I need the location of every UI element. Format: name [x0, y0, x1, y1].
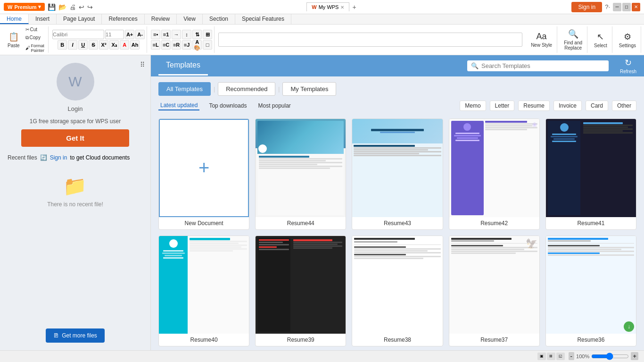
tab-references[interactable]: References [102, 14, 144, 24]
add-tab-button[interactable]: + [350, 3, 358, 11]
tab-close-icon[interactable]: ✕ [340, 5, 344, 10]
undo-icon[interactable]: ↩ [79, 3, 84, 11]
table-button[interactable]: ⊞ [203, 30, 212, 39]
italic-button[interactable]: I [68, 40, 77, 50]
filter-all-templates[interactable]: All Templates [158, 82, 211, 96]
justify-button[interactable]: ≡J [182, 40, 191, 50]
refresh-templates-button[interactable]: ↻ Refresh [620, 58, 636, 74]
template-card-new[interactable]: + New Document [158, 118, 249, 230]
zoom-out-button[interactable]: - [569, 352, 574, 360]
refresh-templates-label: Refresh [620, 69, 636, 74]
get-it-button[interactable]: Get It [21, 129, 130, 147]
highlight-button[interactable]: Ah [130, 40, 140, 50]
align-right-button[interactable]: ≡R [172, 40, 181, 50]
template-card-resume37[interactable]: 🦅 Resume37 [449, 236, 540, 347]
sort-latest[interactable]: Latest updated [158, 101, 199, 110]
category-resume[interactable]: Resume [518, 101, 550, 111]
sort-button[interactable]: ⇅ [192, 30, 202, 39]
view-layout-button[interactable]: ⊞ [547, 353, 555, 360]
view-normal-button[interactable]: ▣ [537, 353, 546, 360]
r38-l5 [354, 254, 406, 255]
new-style-button[interactable]: Aa New Style [528, 27, 555, 52]
premium-badge[interactable]: W Premium ▾ [4, 3, 45, 11]
resume41-name: Resume41 [546, 217, 636, 229]
bullets-button[interactable]: ≡• [151, 30, 160, 39]
r40-rl2 [190, 241, 247, 242]
align-center-button[interactable]: ≡C [161, 40, 171, 50]
template-card-resume39[interactable]: Resume39 [255, 236, 346, 347]
sort-downloads[interactable]: Top downloads [207, 101, 248, 110]
category-card[interactable]: Card [586, 101, 608, 111]
select-button[interactable]: ↖ Select [591, 27, 610, 52]
settings-label: Settings [619, 43, 636, 48]
filter-my-templates[interactable]: My Templates [282, 82, 336, 96]
close-button[interactable]: ✕ [632, 3, 640, 11]
view-web-button[interactable]: ◱ [556, 353, 565, 360]
filter-recommended[interactable]: Recommended [218, 82, 275, 96]
category-letter[interactable]: Letter [490, 101, 515, 111]
template-card-resume42[interactable]: ❀ Resume42 [449, 118, 540, 230]
save-icon[interactable]: 💾 [48, 3, 56, 11]
template-card-resume40[interactable]: Resume40 [158, 236, 249, 347]
numbering-button[interactable]: ≡1 [161, 30, 171, 39]
r38-l4 [354, 252, 440, 253]
increase-font-button[interactable]: A+ [125, 30, 134, 39]
find-replace-button[interactable]: 🔍 Find and Replace [561, 27, 585, 52]
superscript-button[interactable]: X² [99, 40, 108, 50]
template-card-resume41[interactable]: Resume41 [545, 118, 636, 230]
category-other[interactable]: Other [612, 101, 636, 111]
tab-page-layout[interactable]: Page Layout [57, 14, 102, 24]
sign-in-button[interactable]: Sign in [571, 2, 602, 12]
template-card-resume38[interactable]: Resume38 [352, 236, 443, 347]
shading-button[interactable]: A🎨 [192, 40, 202, 50]
copy-button[interactable]: ⧉ Copy [24, 34, 47, 42]
template-card-resume44[interactable]: Resume44 [255, 118, 346, 230]
underline-button[interactable]: U [78, 40, 88, 50]
download-badge[interactable]: ↓ [624, 321, 634, 332]
templates-tab[interactable]: Templates [158, 56, 208, 76]
sign-in-link[interactable]: Sign in [50, 154, 67, 161]
settings-button[interactable]: ⚙ Settings [616, 27, 639, 52]
apps-grid-icon[interactable]: ⠿ [140, 61, 145, 68]
sort-popular[interactable]: Most popular [256, 101, 292, 110]
tab-view[interactable]: View [177, 14, 203, 24]
align-left-button[interactable]: ≡L [151, 40, 160, 50]
paste-button[interactable]: 📋 Paste [5, 27, 23, 52]
tab-insert[interactable]: Insert [29, 14, 57, 24]
help-icon[interactable]: ?· [605, 3, 610, 10]
strikethrough-button[interactable]: S [89, 40, 98, 50]
r39-rl3 [293, 244, 338, 245]
font-size-input[interactable] [105, 30, 124, 39]
resume43-content [352, 119, 442, 217]
tab-review[interactable]: Review [145, 14, 177, 24]
font-color-button[interactable]: A [120, 40, 129, 50]
open-icon[interactable]: 📂 [58, 3, 66, 11]
print-icon[interactable]: 🖨 [69, 3, 76, 11]
line-spacing-button[interactable]: ↕ [182, 30, 191, 39]
decrease-font-button[interactable]: A- [135, 30, 145, 39]
zoom-slider[interactable] [591, 353, 629, 360]
template-card-resume43[interactable]: Resume43 [352, 118, 443, 230]
category-invoice[interactable]: Invoice [553, 101, 582, 111]
get-more-files-button[interactable]: 🖹 Get more files [46, 328, 105, 343]
bold-button[interactable]: B [58, 40, 67, 50]
category-memo[interactable]: Memo [460, 101, 486, 111]
tab-section[interactable]: Section [203, 14, 235, 24]
indent-button[interactable]: → [172, 30, 181, 39]
tab-special-features[interactable]: Special Features [235, 14, 291, 24]
template-card-resume36[interactable]: ↓ Resume36 [545, 236, 636, 347]
tab-home[interactable]: Home [0, 14, 29, 24]
format-painter-button[interactable]: 🖌 Format Painter [24, 42, 47, 54]
active-tab[interactable]: W My WPS ✕ [306, 2, 349, 11]
redo-icon[interactable]: ↪ [87, 3, 93, 11]
search-input[interactable] [481, 62, 605, 69]
minimize-button[interactable]: ─ [613, 3, 621, 11]
border-button[interactable]: □ [203, 40, 212, 50]
subscript-button[interactable]: X₂ [109, 40, 119, 50]
resume40-left [159, 236, 188, 334]
font-family-input[interactable] [52, 30, 104, 39]
zoom-in-button[interactable]: + [631, 352, 638, 360]
cut-button[interactable]: ✂ Cut [24, 26, 47, 33]
maximize-button[interactable]: □ [622, 3, 631, 11]
refresh-icon[interactable]: 🔄 [40, 154, 47, 161]
